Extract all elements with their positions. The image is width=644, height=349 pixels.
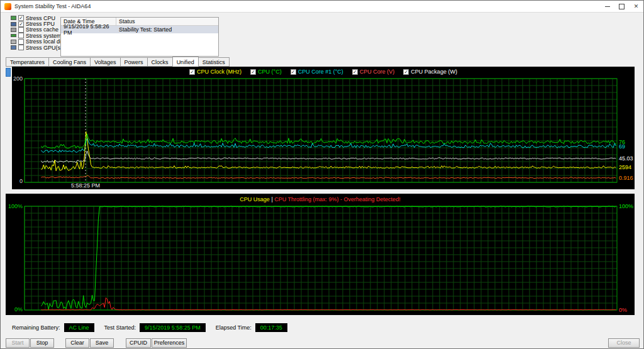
event-status-cell: Stability Test: Started: [116, 26, 218, 33]
chart-scrollbar-thumb[interactable]: [6, 68, 11, 77]
usage-y-max-label: 100%: [6, 203, 23, 209]
preferences-button[interactable]: Preferences: [152, 338, 187, 348]
tab-powers[interactable]: Powers: [120, 57, 148, 67]
tab-unified[interactable]: Unified: [172, 57, 199, 67]
chart-title-part: CPU Throttling (max: 9%) - Overheating D…: [274, 196, 400, 202]
app-window: System Stability Test - AIDA64 Stress CP…: [0, 0, 644, 349]
tab-clocks[interactable]: Clocks: [147, 57, 173, 67]
battery-value: AC Line: [64, 323, 94, 332]
titlebar: System Stability Test - AIDA64: [1, 1, 643, 13]
test-started-label: Test Started:: [104, 324, 136, 331]
save-button[interactable]: Save: [90, 338, 114, 348]
legend-checkbox[interactable]: ✓: [403, 69, 409, 75]
event-log-row[interactable]: 9/15/2019 5:58:26 PM Stability Test: Sta…: [61, 26, 218, 33]
legend-item: ✓CPU Core (V): [352, 69, 395, 75]
y-axis-min-label: 0: [12, 178, 23, 184]
current-value-label: 45.03: [619, 155, 633, 162]
column-header-status[interactable]: Status: [116, 18, 218, 25]
stress-cache-checkbox[interactable]: [18, 27, 24, 33]
battery-label: Remaining Battery:: [12, 324, 60, 331]
stress-memory-checkbox[interactable]: [18, 33, 24, 38]
grid-lines: [25, 206, 617, 310]
graph-tabs: Temperatures Cooling Fans Voltages Power…: [6, 57, 229, 67]
plot-border: [25, 206, 617, 310]
chart-legend: ✓CPU Clock (MHz)✓CPU (°C)✓CPU Core #1 (°…: [12, 69, 635, 75]
legend-item: ✓CPU Clock (MHz): [189, 69, 242, 75]
usage-chart-title: CPU Usage | CPU Throttling (max: 9%) - O…: [6, 196, 635, 202]
clear-button[interactable]: Clear: [65, 338, 89, 348]
stop-button[interactable]: Stop: [30, 338, 54, 348]
window-title: System Stability Test - AIDA64: [14, 3, 91, 9]
stress-cpu-checkbox[interactable]: [18, 15, 24, 21]
current-value-label: 0.916: [619, 175, 633, 181]
aida64-app-icon: [4, 3, 11, 10]
minimize-icon[interactable]: [600, 1, 614, 12]
current-value-label: 69: [619, 143, 625, 150]
current-value-label: 100%: [619, 203, 633, 209]
cpu-usage-chart: CPU Usage | CPU Throttling (max: 9%) - O…: [6, 194, 635, 315]
time-axis-label: 5:58:25 PM: [48, 182, 123, 189]
legend-checkbox[interactable]: ✓: [250, 69, 256, 75]
event-datetime-cell: 9/15/2019 5:58:26 PM: [61, 26, 116, 33]
stress-disks-checkbox[interactable]: [18, 39, 24, 45]
tab-voltages[interactable]: Voltages: [90, 57, 121, 67]
usage-y-min-label: 0%: [6, 306, 23, 313]
legend-label: CPU Package (W): [411, 69, 457, 75]
stress-gpu-label: Stress GPU(s): [26, 45, 62, 51]
test-started-value: 9/15/2019 5:58:25 PM: [140, 323, 206, 332]
cpu-icon: [11, 16, 16, 20]
current-value-label: 2594: [619, 164, 631, 170]
legend-checkbox[interactable]: ✓: [291, 69, 296, 75]
stress-gpu-checkbox[interactable]: [18, 45, 24, 50]
legend-item: ✓CPU Package (W): [403, 69, 457, 75]
unified-sensor-chart: ✓CPU Clock (MHz)✓CPU (°C)✓CPU Core #1 (°…: [12, 67, 635, 189]
legend-checkbox[interactable]: ✓: [352, 69, 358, 75]
usage-chart-canvas: [6, 194, 635, 315]
memory-icon: [11, 34, 16, 37]
legend-item: ✓CPU (°C): [250, 69, 282, 75]
legend-label: CPU (°C): [258, 69, 282, 75]
legend-checkbox[interactable]: ✓: [189, 69, 195, 75]
sensor-chart-canvas: [12, 67, 635, 189]
tab-statistics[interactable]: Statistics: [198, 57, 230, 67]
gpu-icon: [11, 45, 16, 50]
chart-title-part: CPU Usage: [240, 196, 270, 202]
close-button: Close: [608, 338, 640, 348]
tab-cooling-fans[interactable]: Cooling Fans: [48, 57, 91, 67]
stress-fpu-checkbox[interactable]: [18, 21, 24, 27]
cpuid-button[interactable]: CPUID: [126, 338, 151, 348]
caption-buttons: [600, 1, 643, 12]
start-button: Start: [6, 338, 30, 348]
current-value-label: 0%: [619, 307, 627, 313]
maximize-icon[interactable]: [614, 1, 629, 12]
cache-icon: [11, 28, 16, 32]
elapsed-time-value: 00:17:35: [255, 323, 287, 332]
status-bar: Remaining Battery: AC Line Test Started:…: [12, 323, 297, 332]
elapsed-time-label: Elapsed Time:: [216, 324, 252, 331]
disk-icon: [11, 40, 16, 44]
fpu-icon: [11, 22, 16, 26]
event-log-table: Date & Time Status 9/15/2019 5:58:26 PM …: [60, 17, 219, 57]
legend-item: ✓CPU Core #1 (°C): [291, 69, 343, 75]
legend-label: CPU Clock (MHz): [197, 69, 242, 75]
legend-label: CPU Core (V): [360, 69, 395, 75]
legend-label: CPU Core #1 (°C): [298, 69, 343, 75]
y-axis-max-label: 200: [12, 75, 23, 82]
tab-temperatures[interactable]: Temperatures: [6, 57, 49, 67]
close-icon[interactable]: [629, 1, 643, 12]
